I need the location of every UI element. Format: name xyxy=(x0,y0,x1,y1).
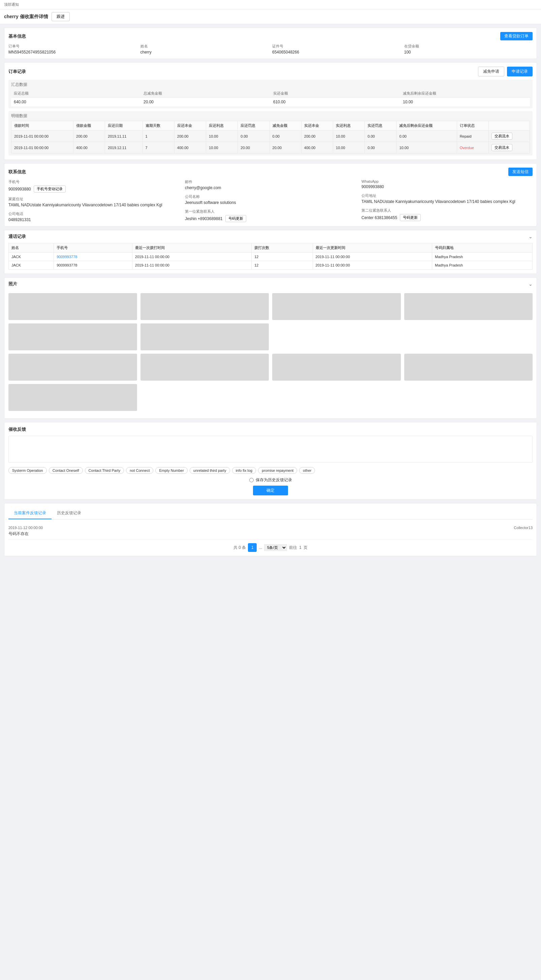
call-phone: 9009993778 xyxy=(54,261,132,270)
transaction-flow-button[interactable]: 交易流水 xyxy=(492,144,512,151)
company-phone-block: 公司电话 0489281331 xyxy=(8,212,180,222)
photos-section: 照片 ⌄ xyxy=(4,277,537,418)
emergency1-update-button[interactable]: 号码更新 xyxy=(225,215,246,222)
photo-item[interactable] xyxy=(8,293,137,320)
th-amount: 借款金额 xyxy=(73,121,105,130)
tab-history-records[interactable]: 历史反馈记录 xyxy=(51,508,86,519)
cell-due-date: 2019.11.11 xyxy=(105,130,142,142)
feedback-tag-other[interactable]: other xyxy=(299,467,315,474)
photo-item[interactable] xyxy=(404,354,533,380)
th-remaining: 减免后剩余应还金额 xyxy=(396,121,457,130)
photo-item[interactable] xyxy=(140,323,269,350)
whatsapp-value: 9009993880 xyxy=(361,185,533,189)
company-name-block: 公司名称 Jeenusoft software solutions xyxy=(185,194,356,205)
transaction-flow-button[interactable]: 交易流水 xyxy=(492,133,512,140)
records-section: 当前案件反馈记录 历史反馈记录 2019-11-12 00:00:00 Coll… xyxy=(4,503,537,556)
call-last-call: 2019-11-11 00:00:00 xyxy=(132,253,251,261)
contact-info-section: 联系信息 发送短信 手机号 9009993880 手机号变动记录 家庭住址 TA… xyxy=(4,163,537,226)
th-due-date: 应还日期 xyxy=(105,121,142,130)
feedback-tag-info-fix-log[interactable]: info fix log xyxy=(232,467,256,474)
feedback-tag-systerm-operation[interactable]: Systerm Operation xyxy=(8,467,47,474)
feedback-tag-empty-number[interactable]: Empty Number xyxy=(155,467,187,474)
photo-item[interactable] xyxy=(140,354,269,380)
per-page-select[interactable]: 5条/页 10条/页 xyxy=(264,544,287,551)
photo-item[interactable] xyxy=(404,293,533,320)
th-overdue-days: 逾期天数 xyxy=(142,121,174,130)
company-phone-value: 0489281331 xyxy=(8,217,180,222)
photo-item[interactable] xyxy=(8,384,137,411)
cell-overdue-days: 1 xyxy=(142,130,174,142)
call-records-table-wrap: 姓名 手机号 最近一次拨打时间 拨打次数 最近一次更新时间 号码归属地 JACK… xyxy=(5,243,536,274)
page-btn-1[interactable]: 1 xyxy=(248,543,257,552)
feedback-tag-contact-third-party[interactable]: Contact Third Party xyxy=(85,467,124,474)
id-number-label: 证件号 xyxy=(272,44,401,49)
pagination-total: 共 0 条 xyxy=(233,545,246,550)
call-records-header[interactable]: 通话记录 ⌄ xyxy=(5,230,536,243)
detail-section: 明细数据 借款时间 借款金额 应还日期 逾期天数 应还本金 应还利息 应还罚息 … xyxy=(8,111,533,156)
cell-paid-penalty: 0.00 xyxy=(365,142,396,153)
name-value: cherry xyxy=(140,50,152,54)
cell-overdue-days: 7 xyxy=(142,142,174,153)
company-address-label: 公司地址 xyxy=(361,193,533,198)
cell-action[interactable]: 交易流水 xyxy=(488,130,530,142)
cell-action[interactable]: 交易流水 xyxy=(488,142,530,153)
emergency1-label: 第一位紧急联系人 xyxy=(185,209,356,214)
photo-item xyxy=(140,384,269,411)
call-location: Madhya Pradesh xyxy=(432,261,533,270)
feedback-tag-not-connect[interactable]: not Connect xyxy=(126,467,153,474)
photo-item[interactable] xyxy=(140,293,269,320)
call-th-last-update: 最近一次更新时间 xyxy=(313,243,432,253)
track-button[interactable]: 跟进 xyxy=(51,12,70,21)
call-records-chevron-icon: ⌄ xyxy=(528,234,533,239)
cell-paid-interest: 10.00 xyxy=(333,142,365,153)
phone-record-button[interactable]: 手机号变动记录 xyxy=(34,185,66,192)
confirm-button[interactable]: 确定 xyxy=(253,485,288,495)
photo-item[interactable] xyxy=(272,293,401,320)
goto-total-pages: 1 xyxy=(299,545,302,550)
emergency2-label: 第二位紧急联系人 xyxy=(361,208,533,213)
photo-item[interactable] xyxy=(272,354,401,380)
photo-item[interactable] xyxy=(8,354,137,380)
view-loan-button[interactable]: 查看贷款订单 xyxy=(500,32,533,40)
call-records-section: 通话记录 ⌄ 姓名 手机号 最近一次拨打时间 拨打次数 最近一次更新时间 号码归… xyxy=(4,230,537,274)
call-last-update: 2019-11-11 00:00:00 xyxy=(313,253,432,261)
feedback-textarea[interactable] xyxy=(8,436,533,463)
name-field: 姓名 cherry xyxy=(140,44,269,54)
apply-records-button[interactable]: 申请记录 xyxy=(507,67,533,76)
detail-title: 明细数据 xyxy=(11,113,530,119)
save-history-radio[interactable] xyxy=(249,478,254,482)
emergency2-update-button[interactable]: 号码更新 xyxy=(400,214,421,221)
call-last-call: 2019-11-11 00:00:00 xyxy=(132,261,251,270)
feedback-tag-promise-repayment[interactable]: promise repayment xyxy=(258,467,297,474)
photo-item xyxy=(272,323,401,350)
send-message-button[interactable]: 发送短信 xyxy=(508,168,533,176)
page-title: cherry 催收案件详情 xyxy=(4,14,48,20)
photo-item[interactable] xyxy=(8,323,137,350)
th-due-interest: 应还利息 xyxy=(206,121,238,130)
basic-info-title: 基本信息 xyxy=(8,33,26,40)
reduce-apply-button[interactable]: 减免申请 xyxy=(478,67,504,76)
th-paid-principal: 实还本金 xyxy=(301,121,333,130)
cell-amount: 200.00 xyxy=(73,130,105,142)
company-name-value: Jeenusoft software solutions xyxy=(185,200,356,205)
home-address-block: 家庭住址 TAMIL NADUstate Kanniyakumaricounty… xyxy=(8,197,180,207)
call-th-count: 拨打次数 xyxy=(252,243,313,253)
tab-current-records[interactable]: 当前案件反馈记录 xyxy=(8,508,51,519)
feedback-section: 催收反馈 Systerm OperationContact OneselfCon… xyxy=(4,422,537,500)
call-th-location: 号码归属地 xyxy=(432,243,533,253)
summary-header-2: 实还金额 xyxy=(270,89,400,97)
cell-paid-principal: 200.00 xyxy=(301,130,333,142)
call-location: Madhya Pradesh xyxy=(432,253,533,261)
whatsapp-block: WhatsApp 9009993880 xyxy=(361,180,533,189)
emergency1-block: 第一位紧急联系人 Jeshin +8903689881 号码更新 xyxy=(185,209,356,222)
balance-value: 100 xyxy=(404,50,411,54)
feedback-tag-unrelated-third-party[interactable]: unrelated third party xyxy=(190,467,230,474)
call-th-last-call: 最近一次拨打时间 xyxy=(132,243,251,253)
cell-paid-principal: 400.00 xyxy=(301,142,333,153)
feedback-tag-contact-oneself[interactable]: Contact Oneself xyxy=(49,467,83,474)
photo-item xyxy=(404,384,533,411)
th-paid-penalty: 实还罚息 xyxy=(365,121,396,130)
photos-title: 照片 xyxy=(8,281,17,287)
call-phone-link[interactable]: 9009993778 xyxy=(57,255,77,259)
photos-header[interactable]: 照片 ⌄ xyxy=(5,278,536,290)
